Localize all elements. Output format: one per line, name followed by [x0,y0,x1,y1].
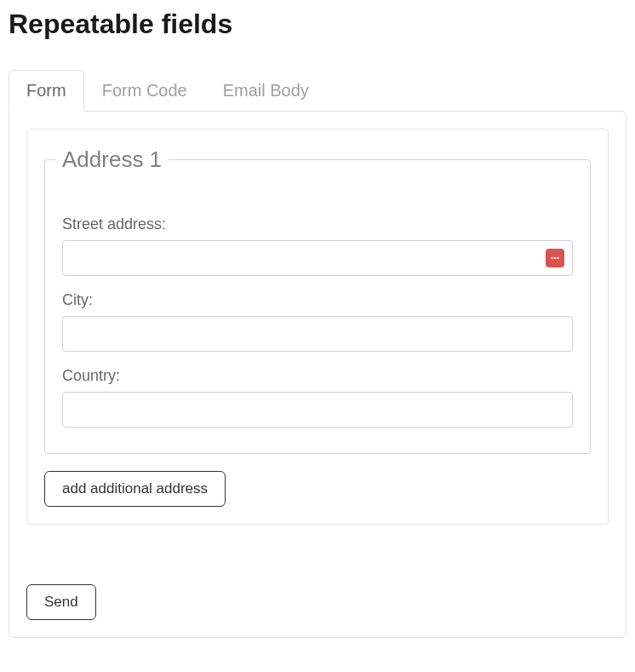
country-group: Country: [62,367,573,428]
form-card: Address 1 Street address: City: [26,129,609,525]
city-group: City: [62,291,573,352]
street-group: Street address: [62,215,573,276]
tab-content: Address 1 Street address: City: [9,111,626,638]
city-label: City: [62,291,573,309]
address-fieldset: Address 1 Street address: City: [44,146,591,454]
city-input-wrapper [62,316,573,352]
svg-point-1 [554,257,556,259]
tab-form-code[interactable]: Form Code [84,70,205,112]
fieldset-legend: Address 1 [55,146,169,173]
country-label: Country: [62,367,573,385]
country-input-wrapper [62,392,573,428]
tabs-container: Form Form Code Email Body [9,70,626,112]
send-button[interactable]: Send [26,584,96,620]
street-input-wrapper [62,240,573,276]
street-label: Street address: [62,215,573,233]
password-manager-icon[interactable] [546,249,564,267]
add-address-button[interactable]: add additional address [44,471,226,507]
street-input[interactable] [62,240,573,276]
city-input[interactable] [62,316,573,352]
tab-email-body[interactable]: Email Body [205,70,327,112]
svg-point-0 [551,257,552,259]
country-input[interactable] [62,392,573,428]
page-title: Repeatable fields [9,9,626,40]
tab-form[interactable]: Form [9,70,84,112]
svg-point-2 [557,257,558,259]
